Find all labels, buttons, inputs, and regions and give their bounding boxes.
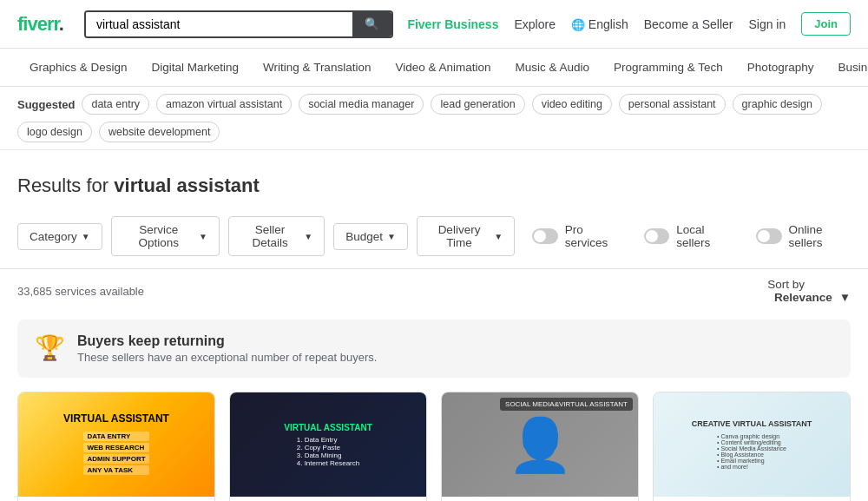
category-filter[interactable]: Category▼ — [17, 223, 102, 250]
seller-card-3[interactable]: 👤 SOCIAL MEDIA&VIRTUAL ASSISTANT A andre… — [441, 392, 639, 501]
budget-filter[interactable]: Budget▼ — [333, 223, 408, 250]
nav-item-programming[interactable]: Programming & Tech — [602, 49, 735, 87]
tag-amazon[interactable]: amazon virtual assistant — [156, 94, 292, 115]
buyers-banner: 🏆 Buyers keep returning These sellers ha… — [17, 320, 851, 378]
filters-bar: Category▼ Service Options▼ Seller Detail… — [0, 208, 868, 269]
search-button[interactable]: 🔍 — [352, 12, 391, 36]
tag-website-dev[interactable]: website development — [99, 122, 220, 142]
header-links: Fiverr Business Explore 🌐 English Become… — [407, 12, 851, 36]
main-nav: Graphics & Design Digital Marketing Writ… — [0, 49, 868, 87]
search-bar: virtual assistant 🔍 — [84, 10, 393, 38]
online-sellers-toggle[interactable] — [756, 228, 782, 244]
results-header: Results for virtual assistant — [0, 150, 868, 208]
service-options-filter[interactable]: Service Options▼ — [111, 216, 220, 256]
pro-services-toggle[interactable] — [532, 228, 558, 244]
banner-text: Buyers keep returning These sellers have… — [77, 333, 377, 364]
nav-item-digital[interactable]: Digital Marketing — [140, 49, 252, 87]
join-button[interactable]: Join — [801, 12, 851, 36]
trophy-icon: 🏆 — [35, 333, 65, 362]
tag-logo-design[interactable]: logo design — [17, 122, 92, 142]
sort-select[interactable]: Relevance ▼ — [767, 291, 851, 304]
fiverr-business-link[interactable]: Fiverr Business — [407, 17, 498, 31]
logo[interactable]: fiverr. — [17, 13, 63, 36]
sort-by-label: Sort by — [767, 278, 805, 291]
online-sellers-toggle-group: Online sellers — [756, 223, 851, 249]
pro-services-toggle-group: Pro services — [532, 223, 621, 249]
tags-bar: Suggested data entry amazon virtual assi… — [0, 87, 868, 150]
globe-icon: 🌐 — [571, 18, 585, 31]
tag-personal-assistant[interactable]: personal assistant — [619, 94, 726, 115]
card-4-title: CREATIVE VIRTUAL ASSISTANT — [692, 419, 812, 428]
tag-social-media[interactable]: social media manager — [299, 94, 424, 115]
search-input[interactable]: virtual assistant — [86, 12, 352, 36]
card-1-title: VIRTUAL ASSISTANT — [63, 412, 169, 425]
tag-lead-gen[interactable]: lead generation — [431, 94, 524, 115]
nav-item-graphics[interactable]: Graphics & Design — [17, 49, 140, 87]
banner-title: Buyers keep returning — [77, 333, 377, 349]
become-seller-link[interactable]: Become a Seller — [644, 17, 733, 31]
nav-item-business[interactable]: Business — [825, 49, 868, 87]
card-2-title: VIRTUAL ASSISTANT — [284, 423, 372, 432]
language-label: English — [589, 17, 628, 31]
local-sellers-label: Local sellers — [676, 223, 733, 249]
language-selector[interactable]: 🌐 English — [571, 17, 628, 31]
nav-item-photography[interactable]: Photography — [735, 49, 826, 87]
tag-video-editing[interactable]: video editing — [532, 94, 612, 115]
header: fiverr. virtual assistant 🔍 Fiverr Busin… — [0, 0, 868, 49]
tag-graphic-design[interactable]: graphic design — [733, 94, 822, 115]
nav-item-video[interactable]: Video & Animation — [383, 49, 503, 87]
services-count-bar: 33,685 services available Sort by Releva… — [0, 269, 868, 313]
person-icon-3: 👤 — [508, 414, 573, 476]
seller-card-4[interactable]: CREATIVE VIRTUAL ASSISTANT • Canva graph… — [653, 392, 851, 501]
sort-bar: Sort by Relevance ▼ — [767, 278, 851, 304]
search-icon: 🔍 — [365, 17, 379, 30]
nav-item-music[interactable]: Music & Audio — [503, 49, 602, 87]
seller-card-1[interactable]: VIRTUAL ASSISTANT DATA ENTRY WEB RESEARC… — [17, 392, 215, 501]
online-sellers-label: Online sellers — [789, 223, 851, 249]
card-image-4: CREATIVE VIRTUAL ASSISTANT • Canva graph… — [654, 392, 850, 497]
cards-container: VIRTUAL ASSISTANT DATA ENTRY WEB RESEARC… — [0, 392, 868, 501]
pro-services-label: Pro services — [565, 223, 621, 249]
card-image-1: VIRTUAL ASSISTANT DATA ENTRY WEB RESEARC… — [18, 392, 214, 497]
tag-data-entry[interactable]: data entry — [82, 94, 149, 115]
search-query: virtual assistant — [114, 175, 260, 196]
banner-subtitle: These sellers have an exceptional number… — [77, 351, 377, 364]
card-image-2: VIRTUAL ASSISTANT 1. Data Entry 2. Copy … — [230, 392, 426, 497]
results-prefix: Results for — [17, 175, 108, 196]
seller-card-2[interactable]: VIRTUAL ASSISTANT 1. Data Entry 2. Copy … — [229, 392, 427, 501]
sign-in-link[interactable]: Sign in — [748, 17, 786, 31]
logo-dot: . — [59, 13, 63, 35]
delivery-time-filter[interactable]: Delivery Time▼ — [417, 216, 515, 256]
seller-details-filter[interactable]: Seller Details▼ — [228, 216, 325, 256]
card-image-3: 👤 SOCIAL MEDIA&VIRTUAL ASSISTANT — [442, 392, 638, 497]
local-sellers-toggle-group: Local sellers — [644, 223, 733, 249]
page-title: Results for virtual assistant — [17, 175, 851, 197]
nav-item-writing[interactable]: Writing & Translation — [251, 49, 383, 87]
suggested-label: Suggested — [17, 98, 75, 111]
explore-link[interactable]: Explore — [514, 17, 555, 31]
local-sellers-toggle[interactable] — [644, 228, 670, 244]
services-count: 33,685 services available — [17, 285, 144, 298]
